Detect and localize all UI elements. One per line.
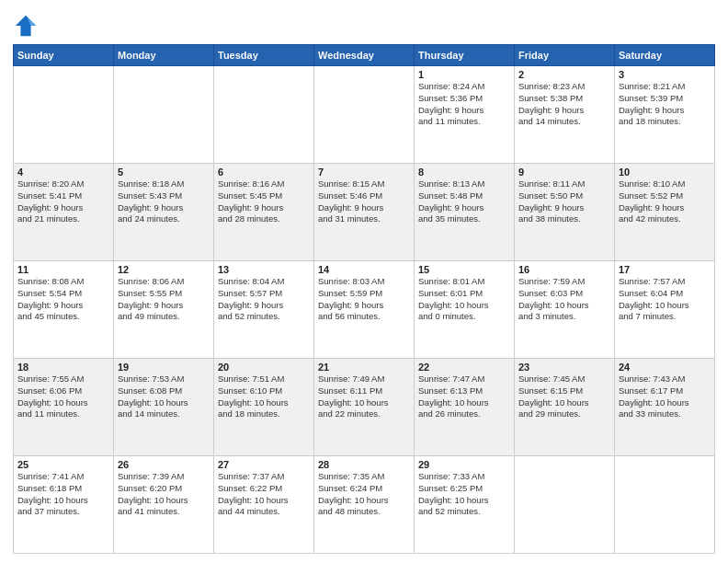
header [13,9,715,39]
calendar-cell: 8Sunrise: 8:13 AM Sunset: 5:48 PM Daylig… [415,164,515,261]
logo [13,13,42,39]
calendar-cell [314,66,415,164]
day-info: Sunrise: 7:37 AM Sunset: 6:22 PM Dayligh… [218,471,310,518]
day-number: 16 [518,264,610,275]
day-info: Sunrise: 7:53 AM Sunset: 6:08 PM Dayligh… [118,373,210,420]
calendar-cell: 17Sunrise: 7:57 AM Sunset: 6:04 PM Dayli… [615,261,715,359]
day-info: Sunrise: 8:13 AM Sunset: 5:48 PM Dayligh… [418,178,510,225]
day-info: Sunrise: 7:51 AM Sunset: 6:10 PM Dayligh… [218,373,310,420]
calendar-cell: 22Sunrise: 7:47 AM Sunset: 6:13 PM Dayli… [415,359,515,456]
day-info: Sunrise: 8:15 AM Sunset: 5:46 PM Dayligh… [318,178,410,225]
calendar-week-row: 11Sunrise: 8:08 AM Sunset: 5:54 PM Dayli… [14,261,715,359]
day-info: Sunrise: 7:49 AM Sunset: 6:11 PM Dayligh… [318,373,410,420]
day-info: Sunrise: 8:06 AM Sunset: 5:55 PM Dayligh… [118,276,210,323]
day-number: 25 [17,459,109,470]
weekday-header-saturday: Saturday [615,45,715,66]
day-number: 12 [118,264,210,275]
day-info: Sunrise: 8:08 AM Sunset: 5:54 PM Dayligh… [17,276,109,323]
day-number: 18 [17,362,109,373]
day-number: 28 [318,459,410,470]
page: SundayMondayTuesdayWednesdayThursdayFrid… [0,0,728,563]
day-info: Sunrise: 7:43 AM Sunset: 6:17 PM Dayligh… [619,373,711,420]
calendar-cell: 1Sunrise: 8:24 AM Sunset: 5:36 PM Daylig… [415,66,515,164]
calendar-cell: 6Sunrise: 8:16 AM Sunset: 5:45 PM Daylig… [214,164,314,261]
calendar-cell: 23Sunrise: 7:45 AM Sunset: 6:15 PM Dayli… [515,359,615,456]
calendar-cell: 28Sunrise: 7:35 AM Sunset: 6:24 PM Dayli… [314,456,415,554]
day-info: Sunrise: 7:41 AM Sunset: 6:18 PM Dayligh… [17,471,109,518]
day-info: Sunrise: 8:10 AM Sunset: 5:52 PM Dayligh… [619,178,711,225]
day-number: 6 [218,167,310,178]
day-info: Sunrise: 8:16 AM Sunset: 5:45 PM Dayligh… [218,178,310,225]
day-number: 9 [518,167,610,178]
day-number: 10 [619,167,711,178]
day-number: 27 [218,459,310,470]
calendar-cell: 29Sunrise: 7:33 AM Sunset: 6:25 PM Dayli… [415,456,515,554]
calendar-cell: 25Sunrise: 7:41 AM Sunset: 6:18 PM Dayli… [14,456,114,554]
calendar-cell: 15Sunrise: 8:01 AM Sunset: 6:01 PM Dayli… [415,261,515,359]
calendar-cell [214,66,314,164]
day-number: 22 [418,362,510,373]
day-info: Sunrise: 7:33 AM Sunset: 6:25 PM Dayligh… [418,471,510,518]
calendar-cell: 26Sunrise: 7:39 AM Sunset: 6:20 PM Dayli… [114,456,214,554]
day-number: 24 [619,362,711,373]
day-info: Sunrise: 8:24 AM Sunset: 5:36 PM Dayligh… [418,81,510,128]
calendar-cell: 12Sunrise: 8:06 AM Sunset: 5:55 PM Dayli… [114,261,214,359]
calendar-cell: 4Sunrise: 8:20 AM Sunset: 5:41 PM Daylig… [14,164,114,261]
day-number: 5 [118,167,210,178]
calendar-cell: 27Sunrise: 7:37 AM Sunset: 6:22 PM Dayli… [214,456,314,554]
day-number: 17 [619,264,711,275]
weekday-header-monday: Monday [114,45,214,66]
weekday-header-tuesday: Tuesday [214,45,314,66]
day-info: Sunrise: 7:59 AM Sunset: 6:03 PM Dayligh… [518,276,610,323]
calendar-week-row: 25Sunrise: 7:41 AM Sunset: 6:18 PM Dayli… [14,456,715,554]
day-info: Sunrise: 8:01 AM Sunset: 6:01 PM Dayligh… [418,276,510,323]
day-info: Sunrise: 8:03 AM Sunset: 5:59 PM Dayligh… [318,276,410,323]
day-info: Sunrise: 8:11 AM Sunset: 5:50 PM Dayligh… [518,178,610,225]
day-number: 7 [318,167,410,178]
day-number: 4 [17,167,109,178]
calendar-cell: 11Sunrise: 8:08 AM Sunset: 5:54 PM Dayli… [14,261,114,359]
calendar-cell: 21Sunrise: 7:49 AM Sunset: 6:11 PM Dayli… [314,359,415,456]
day-number: 21 [318,362,410,373]
calendar-cell [14,66,114,164]
weekday-header-sunday: Sunday [14,45,114,66]
day-number: 13 [218,264,310,275]
day-info: Sunrise: 8:18 AM Sunset: 5:43 PM Dayligh… [118,178,210,225]
calendar-week-row: 18Sunrise: 7:55 AM Sunset: 6:06 PM Dayli… [14,359,715,456]
day-number: 15 [418,264,510,275]
day-info: Sunrise: 8:20 AM Sunset: 5:41 PM Dayligh… [17,178,109,225]
calendar-cell [615,456,715,554]
day-number: 11 [17,264,109,275]
day-number: 2 [518,69,610,80]
day-info: Sunrise: 8:04 AM Sunset: 5:57 PM Dayligh… [218,276,310,323]
day-number: 14 [318,264,410,275]
day-info: Sunrise: 7:55 AM Sunset: 6:06 PM Dayligh… [17,373,109,420]
logo-icon [13,13,39,39]
day-number: 19 [118,362,210,373]
calendar-table: SundayMondayTuesdayWednesdayThursdayFrid… [13,44,715,554]
calendar-cell: 20Sunrise: 7:51 AM Sunset: 6:10 PM Dayli… [214,359,314,456]
day-info: Sunrise: 8:21 AM Sunset: 5:39 PM Dayligh… [619,81,711,128]
calendar-cell: 2Sunrise: 8:23 AM Sunset: 5:38 PM Daylig… [515,66,615,164]
calendar-cell: 7Sunrise: 8:15 AM Sunset: 5:46 PM Daylig… [314,164,415,261]
day-number: 3 [619,69,711,80]
day-number: 29 [418,459,510,470]
calendar-cell: 14Sunrise: 8:03 AM Sunset: 5:59 PM Dayli… [314,261,415,359]
calendar-cell [515,456,615,554]
day-number: 8 [418,167,510,178]
calendar-cell: 16Sunrise: 7:59 AM Sunset: 6:03 PM Dayli… [515,261,615,359]
day-info: Sunrise: 7:39 AM Sunset: 6:20 PM Dayligh… [118,471,210,518]
calendar-cell: 13Sunrise: 8:04 AM Sunset: 5:57 PM Dayli… [214,261,314,359]
day-info: Sunrise: 7:57 AM Sunset: 6:04 PM Dayligh… [619,276,711,323]
day-number: 20 [218,362,310,373]
day-number: 26 [118,459,210,470]
weekday-header-friday: Friday [515,45,615,66]
calendar-cell: 24Sunrise: 7:43 AM Sunset: 6:17 PM Dayli… [615,359,715,456]
calendar-cell: 18Sunrise: 7:55 AM Sunset: 6:06 PM Dayli… [14,359,114,456]
calendar-header-row: SundayMondayTuesdayWednesdayThursdayFrid… [14,45,715,66]
day-info: Sunrise: 7:45 AM Sunset: 6:15 PM Dayligh… [518,373,610,420]
day-number: 1 [418,69,510,80]
day-number: 23 [518,362,610,373]
calendar-week-row: 4Sunrise: 8:20 AM Sunset: 5:41 PM Daylig… [14,164,715,261]
calendar-cell [114,66,214,164]
